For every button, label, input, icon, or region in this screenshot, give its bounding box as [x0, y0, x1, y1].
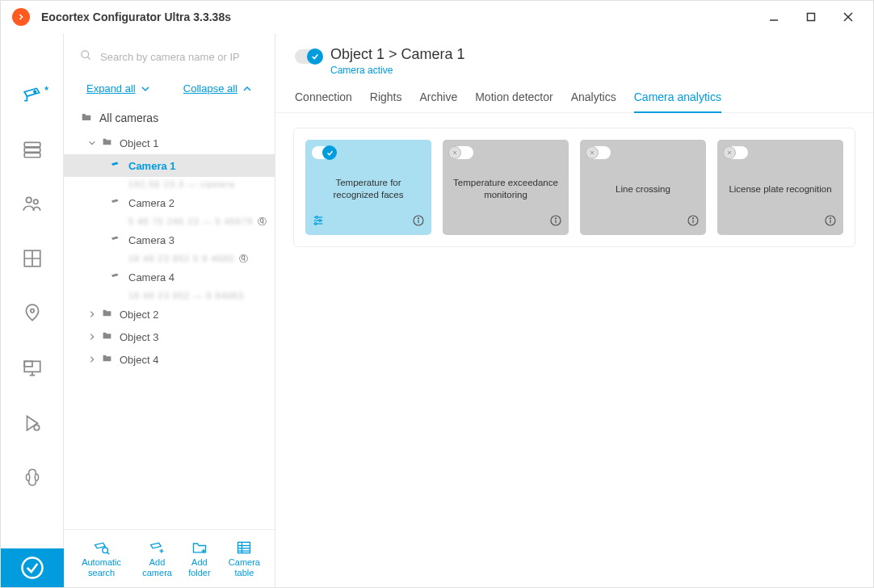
folder-icon — [80, 111, 93, 125]
folder-icon — [101, 353, 113, 366]
app-title: Eocortex Configurator Ultra 3.3.38s — [41, 10, 231, 23]
analytics-toggle[interactable] — [449, 146, 473, 159]
analytics-card[interactable]: Temperature exceedance monitoring — [443, 140, 569, 235]
tab-motion-detector[interactable]: Motion detector — [475, 90, 553, 112]
svg-point-11 — [30, 309, 33, 313]
search-icon — [80, 49, 92, 65]
svg-point-19 — [102, 548, 107, 553]
nav-plans[interactable] — [1, 246, 63, 271]
analytics-label: Temperature exceedance monitoring — [451, 177, 561, 201]
tree-camera[interactable]: Camera 3 — [64, 229, 275, 251]
folder-icon — [101, 330, 113, 343]
analytics-toggle[interactable] — [312, 146, 336, 159]
camera-table-button[interactable]: Camera table — [219, 540, 270, 577]
svg-point-4 — [34, 90, 36, 93]
info-icon[interactable] — [549, 214, 562, 230]
camera-icon — [109, 234, 122, 246]
camera-status: Camera active — [330, 65, 465, 76]
svg-point-15 — [34, 425, 39, 430]
tree-object[interactable]: Object 1 — [64, 132, 275, 154]
tab-rights[interactable]: Rights — [370, 90, 402, 112]
tab-bar: Connection Rights Archive Motion detecto… — [275, 81, 873, 113]
chevron-right-icon — [88, 309, 98, 321]
chevron-right-icon — [88, 331, 98, 343]
svg-point-9 — [33, 200, 37, 204]
tree-camera[interactable]: Camera 4 — [64, 266, 275, 288]
analytics-card[interactable]: Line crossing — [580, 140, 706, 235]
tree-camera[interactable]: Camera 1 — [64, 154, 275, 177]
collapse-all-link[interactable]: Collapse all — [183, 82, 252, 94]
minimize-button[interactable] — [755, 4, 792, 30]
tab-analytics[interactable]: Analytics — [571, 90, 616, 112]
search-input[interactable] — [100, 51, 258, 63]
nav-analytics[interactable] — [1, 465, 63, 491]
app-logo-icon — [12, 8, 30, 26]
add-folder-button[interactable]: Add folder — [180, 540, 219, 577]
camera-address: 5 48 75 246 23 — 5 45678ⓠ — [64, 214, 275, 229]
folder-icon — [101, 136, 113, 149]
main-content: Object 1 > Camera 1 Camera active Connec… — [275, 33, 873, 587]
analytics-card-row: Temperature for recognized faces Tempera… — [293, 128, 855, 247]
nav-servers[interactable] — [1, 136, 63, 162]
camera-tree-panel: Expand all Collapse all All cameras — [64, 33, 275, 587]
svg-point-34 — [418, 218, 418, 219]
svg-point-8 — [26, 198, 32, 204]
nav-cameras[interactable]: * — [1, 82, 63, 107]
preview-icon[interactable]: ⓠ — [258, 216, 267, 228]
info-icon[interactable] — [687, 214, 700, 230]
maximize-button[interactable] — [792, 4, 830, 30]
title-bar: Eocortex Configurator Ultra 3.3.38s — [1, 1, 873, 33]
analytics-toggle[interactable] — [586, 146, 611, 159]
preview-icon[interactable]: ⓠ — [239, 253, 249, 265]
tab-connection[interactable]: Connection — [295, 90, 352, 112]
svg-point-16 — [22, 558, 42, 578]
add-camera-button[interactable]: Add camera — [134, 540, 180, 577]
info-icon[interactable] — [824, 214, 837, 230]
camera-icon — [109, 160, 122, 172]
camera-address: 18 48 23 952 — 9 84083 — [64, 288, 275, 303]
settings-icon[interactable] — [312, 214, 325, 230]
tab-archive[interactable]: Archive — [420, 90, 458, 112]
svg-rect-6 — [24, 148, 40, 152]
analytics-label: Temperature for recognized faces — [313, 177, 423, 201]
nav-views[interactable] — [1, 355, 63, 381]
svg-point-44 — [692, 218, 693, 219]
svg-rect-7 — [24, 153, 40, 157]
camera-address: 192.56 23.3 — camera — [64, 177, 275, 191]
tree-object[interactable]: Object 4 — [64, 348, 275, 371]
tree-object[interactable]: Object 2 — [64, 303, 275, 326]
modified-indicator: * — [44, 85, 48, 96]
tree-object[interactable]: Object 3 — [64, 326, 275, 348]
automatic-search-button[interactable]: Automatic search — [69, 540, 134, 577]
chevron-right-icon — [88, 354, 98, 366]
svg-marker-14 — [27, 416, 37, 430]
nav-automation[interactable] — [1, 410, 63, 436]
chevron-down-icon — [141, 84, 150, 94]
analytics-card[interactable]: License plate recognition — [717, 140, 843, 235]
expand-all-link[interactable]: Expand all — [86, 82, 150, 94]
close-button[interactable] — [830, 4, 867, 30]
nav-users[interactable] — [1, 191, 63, 217]
svg-point-17 — [82, 51, 89, 58]
svg-point-27 — [316, 216, 318, 219]
svg-point-29 — [319, 220, 321, 222]
svg-point-39 — [555, 218, 556, 219]
tree-root[interactable]: All cameras — [64, 104, 275, 132]
tree-camera[interactable]: Camera 2 — [64, 191, 275, 214]
folder-icon — [101, 308, 113, 321]
nav-maps[interactable] — [1, 300, 63, 326]
camera-enable-toggle[interactable] — [295, 49, 322, 64]
apply-button[interactable] — [1, 548, 64, 587]
analytics-label: License plate recognition — [729, 183, 831, 195]
analytics-card[interactable]: Temperature for recognized faces — [305, 140, 431, 235]
analytics-label: Line crossing — [616, 183, 670, 195]
tab-camera-analytics[interactable]: Camera analytics — [634, 90, 721, 113]
breadcrumb-title: Object 1 > Camera 1 — [330, 46, 465, 63]
analytics-toggle[interactable] — [724, 146, 748, 159]
camera-address: 18 48 23 952 5 8 4680ⓠ — [64, 251, 275, 266]
chevron-down-icon — [88, 137, 98, 149]
svg-rect-5 — [24, 142, 40, 146]
svg-line-18 — [87, 57, 90, 59]
info-icon[interactable] — [412, 214, 425, 230]
camera-icon — [109, 271, 122, 284]
